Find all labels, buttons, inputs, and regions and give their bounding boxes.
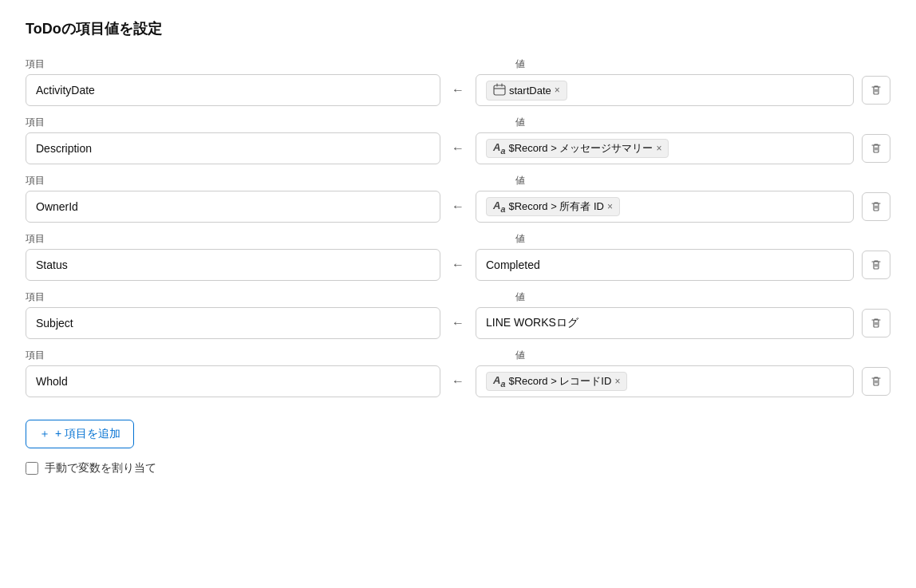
- row-activity-date-value-field[interactable]: startDate ×: [476, 74, 854, 106]
- row-whold: 項目値Whold←Aa $Record > レコードID ×: [26, 349, 890, 397]
- row-owner-id-item-field: OwnerId: [26, 191, 440, 223]
- row-owner-id-labels: 項目値: [26, 174, 890, 191]
- row-owner-id-content: OwnerId←Aa $Record > 所有者 ID ×: [26, 191, 890, 223]
- row-status-value-text: Completed: [486, 258, 540, 271]
- row-description: 項目値Description←Aa $Record > メッセージサマリー ×: [26, 116, 890, 164]
- text-icon: Aa: [493, 141, 505, 156]
- row-status-delete-button[interactable]: [862, 251, 890, 279]
- row-activity-date-item-label: 項目: [26, 57, 440, 71]
- tag-remove[interactable]: ×: [614, 376, 620, 387]
- tag-remove[interactable]: ×: [607, 201, 613, 212]
- row-subject-delete-button[interactable]: [862, 309, 890, 337]
- row-status: 項目値Status←Completed: [26, 232, 890, 281]
- row-owner-id-value-label: 値: [515, 174, 890, 187]
- row-description-arrow: ←: [448, 141, 468, 156]
- row-description-tag-chip[interactable]: Aa $Record > メッセージサマリー ×: [486, 139, 669, 158]
- row-activity-date-value-label: 値: [515, 57, 890, 71]
- trash-icon: [870, 258, 882, 271]
- row-activity-date-content: ActivityDate← startDate ×: [26, 74, 890, 106]
- row-subject-value-text: LINE WORKSログ: [486, 316, 578, 330]
- row-description-value-field[interactable]: Aa $Record > メッセージサマリー ×: [476, 132, 854, 164]
- row-status-item-label: 項目: [26, 232, 440, 246]
- row-subject-item-label: 項目: [26, 290, 440, 304]
- row-description-item-label: 項目: [26, 116, 440, 129]
- tag-remove[interactable]: ×: [656, 143, 661, 154]
- row-owner-id-arrow: ←: [448, 199, 468, 214]
- manual-assign-label: 手動で変数を割り当て: [45, 461, 156, 476]
- row-whold-item-field: Whold: [26, 365, 440, 397]
- tag-text: $Record > 所有者 ID: [508, 199, 604, 214]
- row-whold-delete-button[interactable]: [862, 367, 890, 396]
- rows-container: 項目値ActivityDate← startDate × 項目値Descript…: [26, 57, 890, 397]
- row-status-labels: 項目値: [26, 232, 890, 249]
- text-icon: Aa: [493, 199, 505, 214]
- trash-icon: [870, 317, 882, 330]
- row-subject-content: Subject←LINE WORKSログ: [26, 307, 890, 339]
- row-subject: 項目値Subject←LINE WORKSログ: [26, 290, 890, 339]
- row-whold-labels: 項目値: [26, 349, 890, 365]
- row-subject-value-field: LINE WORKSログ: [476, 307, 854, 339]
- row-whold-arrow: ←: [448, 374, 468, 389]
- row-owner-id-value-field[interactable]: Aa $Record > 所有者 ID ×: [476, 191, 854, 223]
- row-status-arrow: ←: [448, 258, 468, 272]
- row-description-item-field: Description: [26, 132, 440, 164]
- row-description-value-label: 値: [515, 116, 890, 129]
- row-description-delete-button[interactable]: [862, 134, 890, 163]
- tag-text: $Record > メッセージサマリー: [508, 141, 653, 156]
- trash-icon: [870, 142, 882, 155]
- row-subject-labels: 項目値: [26, 290, 890, 307]
- text-icon: Aa: [493, 374, 505, 389]
- row-activity-date-labels: 項目値: [26, 57, 890, 74]
- row-description-labels: 項目値: [26, 116, 890, 132]
- add-icon: ＋: [39, 427, 50, 441]
- trash-icon: [870, 375, 882, 388]
- row-status-value-label: 値: [515, 232, 890, 246]
- row-whold-content: Whold←Aa $Record > レコードID ×: [26, 365, 890, 397]
- svg-rect-0: [494, 85, 505, 95]
- manual-assign-checkbox[interactable]: [26, 462, 38, 475]
- row-status-item-field: Status: [26, 249, 440, 281]
- row-subject-arrow: ←: [448, 316, 468, 330]
- page-title: ToDoの項目値を設定: [26, 19, 890, 38]
- row-owner-id-item-label: 項目: [26, 174, 440, 187]
- row-activity-date-item-field: ActivityDate: [26, 74, 440, 106]
- row-owner-id-delete-button[interactable]: [862, 192, 890, 221]
- add-item-button[interactable]: ＋ + 項目を追加: [26, 420, 134, 448]
- row-subject-value-label: 値: [515, 290, 890, 304]
- row-status-content: Status←Completed: [26, 249, 890, 281]
- row-activity-date-tag-chip[interactable]: startDate ×: [486, 81, 567, 101]
- row-description-content: Description←Aa $Record > メッセージサマリー ×: [26, 132, 890, 164]
- calendar-icon: [493, 83, 506, 98]
- row-activity-date-delete-button[interactable]: [862, 76, 890, 105]
- row-whold-value-label: 値: [515, 349, 890, 362]
- trash-icon: [870, 84, 882, 97]
- add-item-label: + 項目を追加: [55, 427, 120, 441]
- trash-icon: [870, 200, 882, 213]
- row-status-value-field: Completed: [476, 249, 854, 281]
- row-subject-item-field: Subject: [26, 307, 440, 339]
- row-whold-item-label: 項目: [26, 349, 440, 362]
- tag-text: $Record > レコードID: [508, 374, 611, 389]
- manual-assign-row: 手動で変数を割り当て: [26, 461, 890, 476]
- tag-text: startDate: [509, 85, 551, 97]
- row-activity-date-arrow: ←: [448, 83, 468, 97]
- row-owner-id: 項目値OwnerId←Aa $Record > 所有者 ID ×: [26, 174, 890, 223]
- tag-remove[interactable]: ×: [555, 85, 560, 96]
- row-whold-tag-chip[interactable]: Aa $Record > レコードID ×: [486, 372, 627, 391]
- row-activity-date: 項目値ActivityDate← startDate ×: [26, 57, 890, 106]
- row-owner-id-tag-chip[interactable]: Aa $Record > 所有者 ID ×: [486, 197, 620, 216]
- row-whold-value-field[interactable]: Aa $Record > レコードID ×: [476, 365, 854, 397]
